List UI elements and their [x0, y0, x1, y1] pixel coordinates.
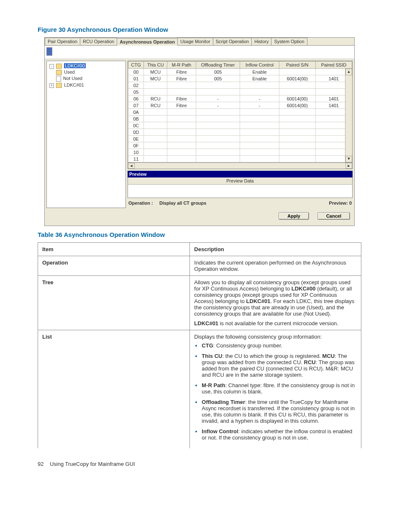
grid-cell: [279, 136, 315, 142]
table-row[interactable]: 05: [128, 89, 352, 95]
grid-cell: [144, 116, 167, 122]
tree-pane[interactable]: - LDKC#00 Used Not Used + LDKC#01: [46, 61, 126, 208]
scroll-left-icon[interactable]: ◄: [128, 163, 135, 169]
list-item: CTG: Consistency group number.: [202, 342, 357, 349]
grid-cell: [144, 82, 167, 89]
table-row[interactable]: 0D: [128, 129, 352, 136]
description-table: Item Description Operation Indicates the…: [38, 242, 361, 448]
table-row[interactable]: 06RCUFibre--60014(00)1401: [128, 95, 352, 102]
table-row[interactable]: 0F: [128, 142, 352, 149]
grid-cell: MCU: [144, 69, 167, 75]
figure-caption: Figure 30 Asynchronous Operation Window: [38, 26, 361, 33]
grid-cell: 0B: [128, 116, 144, 122]
page-icon: [56, 76, 61, 82]
desc-text-tree: Allows you to display all consistency gr…: [190, 276, 361, 330]
tab-usage-monitor[interactable]: Usage Monitor: [177, 38, 213, 45]
table-row[interactable]: 10: [128, 149, 352, 156]
table-row[interactable]: 07RCUFibre--60014(00)1401: [128, 102, 352, 109]
grid-cell: [144, 149, 167, 156]
table-row[interactable]: 02: [128, 82, 352, 89]
text-bold: CTG: [202, 342, 213, 349]
grid-cell: [240, 82, 279, 89]
page-number: 92: [38, 461, 43, 467]
folder-icon: [56, 83, 62, 88]
text-bold: RCU: [304, 359, 316, 365]
grid-cell: [167, 156, 196, 162]
tab-rcu-operation[interactable]: RCU Operation: [80, 38, 117, 45]
table-row[interactable]: 01MCUFibre005Enable60014(00)1401: [128, 75, 352, 82]
grid-cell: 60014(00): [279, 95, 315, 102]
grid-header[interactable]: This CU: [144, 62, 167, 69]
consistency-group-grid[interactable]: CTGThis CUM-R PathOffloading TimerInflow…: [128, 61, 352, 162]
text: Displays the following consistency group…: [194, 334, 322, 340]
grid-header[interactable]: Offloading Timer: [196, 62, 240, 69]
tab-script-operation[interactable]: Script Operation: [213, 38, 252, 45]
tab-pair-operation[interactable]: Pair Operation: [45, 38, 80, 45]
grid-cell: [144, 89, 167, 95]
grid-header[interactable]: Paired S/N: [279, 62, 315, 69]
tab-history[interactable]: History: [251, 38, 271, 45]
grid-header[interactable]: M-R Path: [167, 62, 196, 69]
collapse-icon[interactable]: -: [49, 64, 54, 69]
bullet-list: CTG: Consistency group number. This CU: …: [194, 342, 357, 441]
grid-cell: [279, 156, 315, 162]
desc-item-operation: Operation: [38, 256, 190, 276]
grid-cell: Fibre: [167, 75, 196, 82]
tree-label: Not Used: [63, 76, 82, 81]
grid-cell: [240, 129, 279, 136]
expand-icon[interactable]: +: [49, 83, 54, 88]
table-row[interactable]: 0C: [128, 122, 352, 129]
tree-node-not-used[interactable]: Not Used: [49, 75, 124, 82]
table-row[interactable]: 11: [128, 156, 352, 162]
grid-cell: 60014(00): [279, 75, 315, 82]
scroll-down-icon[interactable]: ▼: [345, 156, 352, 162]
text-bold: LDKC#01: [194, 320, 218, 326]
tab-system-option[interactable]: System Option: [271, 38, 307, 45]
grid-cell: -: [240, 95, 279, 102]
preview-grid[interactable]: Preview Data: [128, 177, 353, 198]
tree-node-used[interactable]: Used: [49, 69, 124, 75]
tree-node-ldkc00[interactable]: - LDKC#00: [49, 63, 124, 69]
text-bold: Inflow Control: [202, 428, 238, 434]
text-bold: LDKC#00: [292, 285, 316, 292]
text: : Consistency group number.: [213, 342, 282, 349]
grid-cell: [144, 122, 167, 129]
grid-cell: [240, 122, 279, 129]
grid-cell: 0E: [128, 136, 144, 142]
vertical-scrollbar[interactable]: ▲ ▼: [345, 69, 352, 162]
toolbar-icon: [46, 47, 52, 56]
tree-label: Used: [64, 69, 75, 75]
grid-cell: Fibre: [167, 95, 196, 102]
scroll-right-icon[interactable]: ►: [345, 163, 352, 169]
grid-cell: [196, 149, 240, 156]
grid-header[interactable]: CTG: [128, 62, 144, 69]
grid-cell: 60014(00): [279, 102, 315, 109]
status-row: Operation : Display all CT groups Previe…: [128, 198, 353, 208]
apply-button[interactable]: Apply: [279, 212, 309, 220]
grid-cell: [279, 82, 315, 89]
cancel-button[interactable]: Cancel: [317, 212, 350, 220]
grid-cell: [240, 136, 279, 142]
table-caption: Table 36 Asynchronous Operation Window: [38, 231, 361, 238]
grid-header[interactable]: Paired SSID: [315, 62, 352, 69]
buttons-row: Apply Cancel: [45, 210, 354, 226]
grid-cell: 10: [128, 149, 144, 156]
grid-cell: [240, 109, 279, 116]
grid-header[interactable]: Inflow Control: [240, 62, 279, 69]
tree-node-ldkc01[interactable]: + LDKC#01: [49, 82, 124, 88]
tab-asynchronous-operation[interactable]: Asynchronous Operation: [117, 38, 178, 46]
table-row[interactable]: 0B: [128, 116, 352, 122]
grid-cell: 005: [196, 75, 240, 82]
grid-cell: [240, 149, 279, 156]
table-row[interactable]: 00MCUFibre005Enable: [128, 69, 352, 75]
table-row[interactable]: 0A: [128, 109, 352, 116]
scroll-up-icon[interactable]: ▲: [345, 69, 352, 75]
desc-item-list: List: [38, 330, 190, 449]
table-row[interactable]: 0E: [128, 136, 352, 142]
horizontal-scrollbar[interactable]: ◄ ►: [128, 163, 353, 169]
grid-wrap: CTGThis CUM-R PathOffloading TimerInflow…: [128, 61, 353, 163]
grid-cell: [240, 89, 279, 95]
grid-cell: MCU: [144, 75, 167, 82]
scroll-track[interactable]: [135, 163, 345, 169]
grid-cell: [196, 122, 240, 129]
